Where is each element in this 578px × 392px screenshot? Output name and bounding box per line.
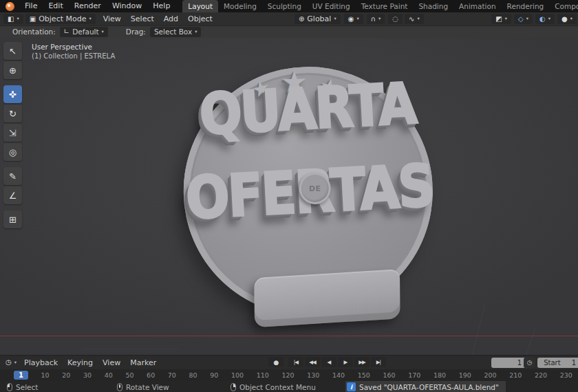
- tool-scale[interactable]: ⇲: [3, 124, 22, 142]
- viewport-overlay-text: User Perspective (1) Collection | ESTREL…: [32, 42, 115, 61]
- shading-sphere-icon: ●: [561, 16, 568, 23]
- clock-icon: ◷: [6, 359, 12, 366]
- proportional-editing-toggle[interactable]: ◌: [388, 14, 403, 24]
- menu-select[interactable]: Select: [126, 14, 159, 23]
- timeline-header: ◷ ▾ Playback Keying View Marker ● |◀ ◀◀ …: [0, 355, 578, 369]
- frame-tick: 150: [358, 371, 370, 379]
- auto-keying-button[interactable]: ●: [268, 357, 283, 367]
- play-button[interactable]: ▶: [338, 357, 353, 367]
- menu-add[interactable]: Add: [159, 14, 183, 23]
- blender-logo-icon[interactable]: [6, 2, 14, 11]
- viewport-3d[interactable]: User Perspective (1) Collection | ESTREL…: [0, 38, 578, 355]
- timeline-ruler[interactable]: 1 10 20 30 40 50 60 70 80 90 100 110 120…: [0, 369, 578, 381]
- tool-add-cube[interactable]: ⊞: [3, 210, 22, 228]
- start-frame-value: 1: [572, 359, 576, 367]
- frame-tick: 30: [83, 371, 92, 379]
- left-mouse-icon: [7, 383, 12, 391]
- rotate-circle-icon: ↻: [9, 109, 17, 119]
- frame-tick: 10: [41, 371, 50, 379]
- tab-sculpting[interactable]: Sculpting: [262, 0, 307, 12]
- status-rotate-label: Rotate View: [126, 383, 169, 391]
- overlays-icon: ◐: [539, 16, 546, 23]
- menu-render[interactable]: Render: [69, 0, 107, 12]
- tool-shelf: ↖ ⊕ ✜ ↻ ⇲ ◎ ✎ ∠ ⊞: [3, 42, 22, 228]
- tool-measure[interactable]: ∠: [3, 186, 22, 204]
- tab-compositing[interactable]: Compositing: [549, 0, 578, 12]
- menu-playback[interactable]: Playback: [19, 358, 63, 367]
- model-ribbon: [254, 269, 400, 327]
- play-reverse-button[interactable]: ◀: [321, 357, 336, 367]
- middle-mouse-icon: [117, 383, 122, 391]
- chevron-down-icon: ▾: [417, 17, 419, 21]
- editor-type-button[interactable]: ◧ ▾: [3, 14, 23, 24]
- drag-mode-dropdown[interactable]: Select Box ▾: [150, 27, 202, 37]
- jump-to-start-button[interactable]: |◀: [288, 357, 303, 367]
- select-arrow-icon: ↖: [9, 46, 17, 56]
- tab-texture-paint[interactable]: Texture Paint: [356, 0, 414, 12]
- tab-shading[interactable]: Shading: [413, 0, 453, 12]
- menu-view-timeline[interactable]: View: [98, 358, 125, 367]
- previous-keyframe-button[interactable]: ◀◀: [305, 357, 320, 367]
- menu-window[interactable]: Window: [107, 0, 147, 12]
- chevron-down-icon: ▾: [548, 17, 550, 21]
- gizmos-dropdown[interactable]: ◇ ▾: [514, 14, 533, 24]
- orientation-label: Orientation:: [12, 28, 56, 36]
- saved-message: i Saved "QUARTA-OFERTAS-AULA.blend": [345, 381, 506, 392]
- status-select-label: Select: [16, 383, 38, 391]
- object-mode-label: Object Mode: [39, 14, 86, 23]
- menu-help[interactable]: Help: [147, 0, 175, 12]
- drag-label: Drag:: [126, 28, 146, 36]
- object-mode-dropdown[interactable]: ▣ Object Mode ▾: [25, 14, 96, 24]
- frame-tick: 140: [332, 371, 345, 379]
- current-frame-field[interactable]: 1: [491, 358, 526, 368]
- tool-select-box[interactable]: ↖: [3, 42, 22, 60]
- frame-tick: 40: [105, 371, 113, 379]
- model-quarta-ofertas[interactable]: ★ ★ ★ QUARTA DE OFERTAS: [173, 55, 453, 345]
- chevron-down-icon: ▾: [89, 17, 91, 21]
- menu-marker[interactable]: Marker: [125, 358, 161, 367]
- status-bar: Select Rotate View Object Context Menu i…: [0, 380, 578, 392]
- tool-annotate[interactable]: ✎: [3, 167, 22, 185]
- axis-icon: ∟: [64, 28, 69, 35]
- start-frame-label: Start: [544, 359, 560, 367]
- tab-layout[interactable]: Layout: [182, 0, 218, 12]
- tab-modeling[interactable]: Modeling: [218, 0, 262, 12]
- menu-edit[interactable]: Edit: [43, 0, 68, 12]
- jump-to-end-button[interactable]: ▶|: [371, 357, 386, 367]
- orientation-default-dropdown[interactable]: ∟ Default ▾: [60, 27, 108, 37]
- tool-move[interactable]: ✜: [3, 85, 22, 103]
- start-frame-field[interactable]: Start 1: [537, 358, 578, 368]
- menu-object[interactable]: Object: [183, 14, 217, 23]
- falloff-dropdown[interactable]: ∿ ▾: [405, 14, 424, 24]
- snap-dropdown[interactable]: ∩ ▾: [367, 14, 385, 24]
- overlays-dropdown[interactable]: ◐ ▾: [535, 14, 555, 24]
- collection-label: (1) Collection | ESTRELA: [32, 52, 115, 61]
- frame-tick: 170: [408, 371, 420, 379]
- menu-file[interactable]: File: [19, 0, 43, 12]
- viewport-editor-icon: ◧: [8, 16, 14, 23]
- visibility-dropdown[interactable]: ◩ ▾: [491, 14, 511, 24]
- tool-3d-cursor[interactable]: ⊕: [3, 61, 22, 79]
- drag-mode-value: Select Box: [154, 28, 192, 36]
- shading-dropdown[interactable]: ● ▾: [557, 14, 577, 24]
- transform-orientation-dropdown[interactable]: ⊕ Global ▾: [295, 14, 341, 24]
- topbar: File Edit Render Window Help Layout Mode…: [0, 0, 578, 12]
- tab-uv-editing[interactable]: UV Editing: [307, 0, 356, 12]
- tool-rotate[interactable]: ↻: [3, 105, 22, 122]
- tool-transform[interactable]: ◎: [3, 143, 22, 161]
- workspace-tabs: Layout Modeling Sculpting UV Editing Tex…: [182, 0, 578, 12]
- object-mode-icon: ▣: [30, 16, 36, 23]
- blender-window: File Edit Render Window Help Layout Mode…: [0, 0, 578, 392]
- tab-animation[interactable]: Animation: [453, 0, 502, 12]
- menu-keying[interactable]: Keying: [63, 358, 98, 367]
- next-keyframe-button[interactable]: ▶▶: [354, 357, 370, 367]
- menu-view[interactable]: View: [98, 14, 126, 23]
- chevron-down-icon: ▾: [14, 360, 17, 365]
- timeline-editor-type-button[interactable]: ◷ ▾: [6, 359, 17, 366]
- pencil-icon: ✎: [9, 171, 17, 182]
- preview-range-button[interactable]: ◷: [524, 358, 535, 368]
- tab-rendering[interactable]: Rendering: [502, 0, 550, 12]
- pivot-point-dropdown[interactable]: ◉ ▾: [344, 14, 363, 24]
- status-context-label: Object Context Menu: [239, 383, 316, 391]
- current-frame-indicator[interactable]: 1: [14, 371, 28, 380]
